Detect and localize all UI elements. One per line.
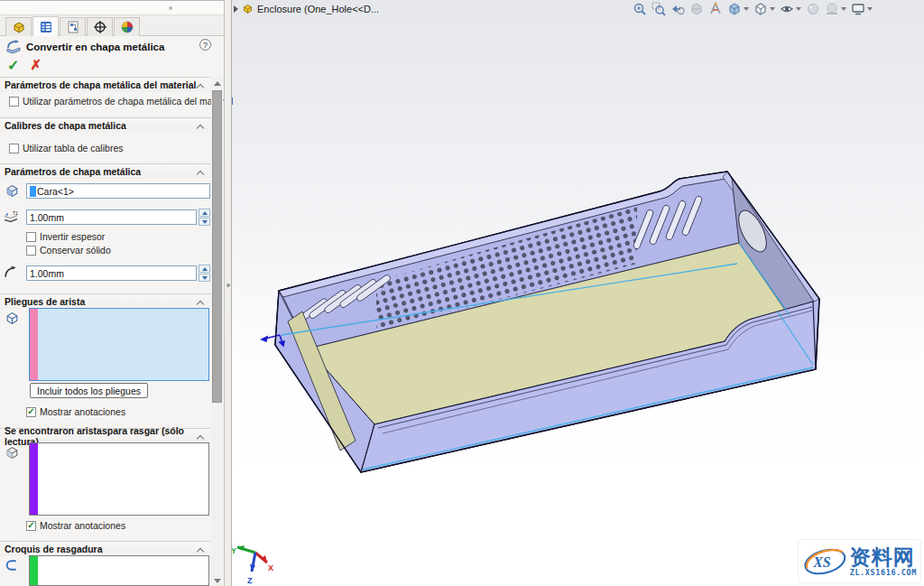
configurationmanager-tab[interactable] bbox=[60, 17, 86, 36]
view-settings-caret[interactable] bbox=[867, 7, 873, 11]
show-annotations-checkbox-2[interactable]: ✓ bbox=[26, 521, 36, 531]
keep-solid-checkbox[interactable] bbox=[26, 246, 36, 256]
model-enclosure[interactable] bbox=[262, 172, 819, 472]
convert-to-sheetmetal-icon bbox=[5, 40, 22, 54]
svg-text:T1: T1 bbox=[13, 210, 18, 216]
bend-edges-stripe bbox=[30, 309, 38, 380]
keep-solid-label: Conservar sólido bbox=[40, 245, 111, 256]
configurationmanager-icon bbox=[66, 20, 80, 34]
thickness-icon: T1 bbox=[3, 209, 19, 225]
collapse-chevron-icon[interactable] bbox=[198, 300, 204, 306]
view-settings-icon[interactable] bbox=[850, 2, 873, 16]
property-title-row: Convertir en chapa metálica ? bbox=[5, 39, 218, 55]
show-annotations-row-2: ✓ Mostrar anotaciones bbox=[26, 520, 125, 531]
section-calibres-header[interactable]: Calibres de chapa metálica bbox=[0, 117, 210, 133]
propertymanager-icon bbox=[39, 20, 53, 34]
dimxpertmanager-tab[interactable] bbox=[87, 17, 113, 36]
apply-scene-icon[interactable] bbox=[824, 2, 847, 16]
invert-thickness-checkbox[interactable] bbox=[26, 232, 36, 242]
scrollbar-down-icon[interactable] bbox=[211, 574, 223, 586]
collapse-chevron-icon[interactable] bbox=[198, 547, 204, 553]
radius-spin-up[interactable] bbox=[199, 265, 210, 273]
section-pliegues-header[interactable]: Pliegues de arista bbox=[0, 293, 210, 309]
collapse-chevron-icon[interactable] bbox=[198, 124, 204, 130]
fixed-face-value: Cara<1> bbox=[37, 186, 74, 197]
help-icon[interactable]: ? bbox=[199, 39, 211, 51]
displaymanager-tab[interactable] bbox=[114, 17, 140, 36]
featuremanager-tab[interactable] bbox=[5, 17, 32, 36]
panel-collapse-handle[interactable] bbox=[169, 6, 172, 10]
bend-radius-spinner bbox=[199, 265, 210, 282]
measure-tool-icon[interactable] bbox=[707, 2, 724, 16]
watermark: XS 资料网 ZL.XS1616.COM bbox=[798, 539, 921, 583]
show-annotations-checkbox-1[interactable]: ✓ bbox=[26, 407, 36, 417]
bend-radius-field[interactable]: 1.00mm bbox=[26, 265, 197, 281]
section-parametros-header[interactable]: Parámetros de chapa metálica bbox=[0, 163, 210, 179]
rip-sketch-icon bbox=[5, 558, 20, 573]
view-orientation-icon[interactable] bbox=[726, 2, 750, 16]
material-params-label: Utilizar parámetros de chapa metálica de… bbox=[23, 96, 233, 107]
watermark-name: 资料网 bbox=[850, 546, 917, 568]
keep-solid-row: Conservar sólido bbox=[26, 245, 111, 256]
display-style-caret[interactable] bbox=[770, 7, 775, 11]
rip-edges-listbox[interactable] bbox=[29, 442, 209, 516]
watermark-logo-text: XS bbox=[812, 553, 831, 569]
section-material-label: Parámetros de chapa metálica del materia… bbox=[5, 79, 196, 90]
edit-appearance-icon[interactable] bbox=[805, 2, 821, 16]
view-orientation-caret[interactable] bbox=[744, 7, 749, 11]
feature-tree-label[interactable]: Enclosure (One_Hole<<D... bbox=[257, 4, 379, 14]
featuremanager-icon bbox=[12, 20, 26, 34]
bend-radius-icon bbox=[4, 265, 19, 280]
zoom-to-fit-icon[interactable] bbox=[632, 2, 648, 16]
watermark-url: ZL.XS1616.COM bbox=[850, 568, 917, 577]
gauge-table-checkbox-row: Utilizar tabla de calibres bbox=[9, 143, 123, 153]
panel-scrollbar[interactable] bbox=[211, 77, 223, 586]
hide-show-items-icon[interactable] bbox=[779, 2, 802, 16]
collapse-chevron-icon[interactable] bbox=[198, 434, 204, 441]
flyout-feature-tree[interactable]: Enclosure (One_Hole<<D... bbox=[234, 2, 379, 15]
collapse-chevron-icon[interactable] bbox=[198, 83, 204, 89]
section-material-header[interactable]: Parámetros de chapa metálica del materia… bbox=[0, 77, 210, 92]
ok-button[interactable]: ✓ bbox=[7, 57, 19, 74]
thickness-spinner bbox=[199, 209, 210, 226]
displaymanager-icon bbox=[120, 20, 134, 34]
thickness-spin-up[interactable] bbox=[199, 209, 210, 217]
rip-sketch-listbox[interactable] bbox=[29, 555, 209, 586]
display-style-icon[interactable] bbox=[753, 2, 776, 16]
collapse-chevron-icon[interactable] bbox=[198, 170, 204, 176]
include-all-bends-button[interactable]: Incluir todos los pliegues bbox=[30, 383, 148, 398]
invert-thickness-row: Invertir espesor bbox=[26, 231, 105, 242]
section-pliegues-label: Pliegues de arista bbox=[5, 296, 85, 307]
fixed-face-field[interactable]: Cara<1> bbox=[26, 183, 210, 199]
material-params-checkbox[interactable] bbox=[9, 97, 19, 107]
section-rasgar-header[interactable]: Se encontraron aristaspara rasgar (sólo … bbox=[0, 428, 210, 443]
section-view-icon[interactable] bbox=[688, 2, 705, 16]
previous-view-icon[interactable] bbox=[670, 2, 686, 16]
splitter-handle[interactable] bbox=[226, 284, 230, 287]
heads-up-toolbar bbox=[632, 1, 873, 16]
thickness-spin-down[interactable] bbox=[199, 218, 210, 226]
bend-radius-value: 1.00mm bbox=[30, 268, 64, 279]
panel-splitter[interactable] bbox=[224, 0, 232, 586]
material-params-checkbox-row: Utilizar parámetros de chapa metálica de… bbox=[9, 96, 233, 107]
scrollbar-thumb[interactable] bbox=[212, 90, 222, 403]
property-title: Convertir en chapa metálica bbox=[26, 42, 164, 52]
apply-scene-caret[interactable] bbox=[841, 7, 846, 11]
thickness-field[interactable]: 1.00mm bbox=[26, 209, 197, 225]
propertymanager-tab[interactable] bbox=[32, 16, 59, 36]
dimxpert-icon bbox=[93, 20, 107, 34]
section-croquis-header[interactable]: Croquis de rasgadura bbox=[0, 541, 210, 556]
radius-spin-down[interactable] bbox=[199, 274, 210, 282]
invert-thickness-label: Invertir espesor bbox=[40, 231, 105, 242]
flyout-expand-icon[interactable] bbox=[234, 5, 238, 13]
bend-edges-listbox[interactable] bbox=[29, 308, 209, 381]
hide-show-caret[interactable] bbox=[796, 7, 801, 11]
gauge-table-checkbox[interactable] bbox=[9, 144, 19, 153]
cancel-button[interactable]: ✗ bbox=[30, 57, 42, 73]
zoom-to-area-icon[interactable] bbox=[651, 2, 667, 16]
scrollbar-up-icon[interactable] bbox=[211, 77, 223, 89]
rip-edges-icon bbox=[5, 445, 20, 460]
part-icon bbox=[242, 3, 254, 14]
show-annotations-label-1: Mostrar anotaciones bbox=[40, 406, 125, 417]
selection-highlight bbox=[30, 186, 36, 197]
